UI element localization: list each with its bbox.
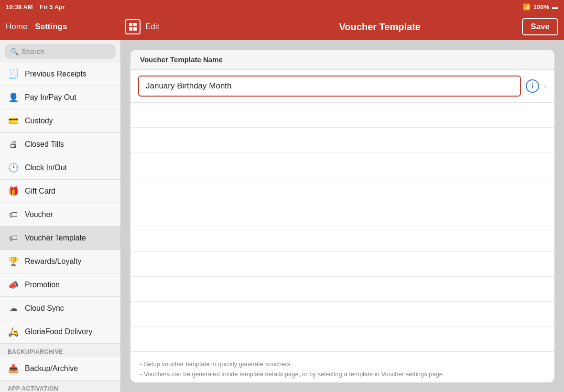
sidebar-item-custody[interactable]: 💳 Custody — [0, 109, 120, 133]
search-icon: 🔍 — [11, 48, 19, 55]
empty-row — [130, 202, 554, 227]
search-box[interactable]: 🔍 Search — [5, 44, 116, 59]
svg-rect-0 — [129, 23, 132, 26]
status-right: 📶 100% ▬ — [523, 3, 558, 11]
svg-rect-1 — [133, 23, 137, 26]
gloria-food-label: GloriaFood Delivery — [25, 327, 92, 336]
clock-in-out-label: Clock In/Out — [25, 163, 67, 172]
custody-icon: 💳 — [8, 115, 19, 127]
home-button[interactable]: Home — [6, 22, 27, 32]
chevron-right-icon: › — [544, 81, 547, 91]
gift-card-icon: 🎁 — [8, 185, 19, 197]
sidebar-item-voucher[interactable]: 🏷 Voucher — [0, 203, 120, 227]
gloria-food-icon: 🛵 — [8, 326, 19, 338]
voucher-template-name-input[interactable] — [138, 76, 521, 97]
cloud-sync-icon: ☁ — [8, 303, 19, 314]
nav-center: Edit — [125, 19, 295, 34]
pay-in-pay-out-label: Pay In/Pay Out — [25, 93, 76, 102]
status-time-date: 10:38 AM Fri 5 Apr — [6, 3, 65, 11]
battery-text: 100% — [533, 3, 549, 11]
sidebar-items-container: 🧾 Previous Receipts 👤 Pay In/Pay Out 💳 C… — [0, 63, 120, 344]
empty-row — [130, 227, 554, 252]
voucher-template-icon: 🏷 — [8, 232, 19, 244]
footer-line-2: - Vouchers can be generated inside templ… — [140, 370, 545, 380]
wifi-icon: 📶 — [523, 3, 531, 11]
previous-receipts-icon: 🧾 — [8, 68, 19, 80]
date: Fri 5 Apr — [40, 3, 65, 11]
empty-row — [130, 252, 554, 277]
backup-archive-label: Backup/Archive — [25, 364, 78, 373]
rewards-loyalty-label: Rewards/Loyalty — [25, 257, 81, 266]
empty-row — [130, 128, 554, 152]
save-button[interactable]: Save — [522, 18, 558, 35]
sidebar-item-backup-archive[interactable]: 📥 Backup/Archive — [0, 357, 120, 381]
voucher-template-label: Voucher Template — [25, 234, 86, 242]
empty-rows — [130, 103, 554, 351]
empty-row — [130, 103, 554, 128]
clock-in-out-icon: 🕐 — [8, 162, 19, 174]
empty-row — [130, 327, 554, 351]
sidebar-section-header: BACKUP/ARCHIVE — [0, 344, 120, 357]
card-header: Voucher Template Name — [130, 50, 554, 70]
empty-row — [130, 152, 554, 177]
page-title: Voucher Template — [295, 22, 465, 33]
settings-label: Settings — [35, 22, 67, 32]
voucher-label: Voucher — [25, 210, 53, 219]
main-card: Voucher Template Name i › - Setup vouche… — [130, 50, 554, 382]
battery-icon: ▬ — [552, 3, 558, 11]
name-row: i › — [130, 70, 554, 103]
sidebar-section-header: APP ACTIVATION — [0, 381, 120, 392]
sidebar-item-gloria-food[interactable]: 🛵 GloriaFood Delivery — [0, 320, 120, 344]
main-layout: 🔍 Search 🧾 Previous Receipts 👤 Pay In/Pa… — [0, 40, 564, 392]
empty-row — [130, 302, 554, 327]
empty-row — [130, 277, 554, 302]
info-icon[interactable]: i — [526, 79, 539, 93]
gift-card-label: Gift Card — [25, 187, 55, 196]
sidebar-item-rewards-loyalty[interactable]: 🏆 Rewards/Loyalty — [0, 250, 120, 273]
edit-button[interactable]: Edit — [145, 22, 159, 32]
sidebar-item-pay-in-pay-out[interactable]: 👤 Pay In/Pay Out — [0, 86, 120, 109]
nav-logo-icon — [125, 19, 141, 34]
sidebar-item-cloud-sync[interactable]: ☁ Cloud Sync — [0, 297, 120, 320]
nav-left: Home Settings — [6, 22, 125, 32]
promotion-label: Promotion — [25, 281, 60, 289]
svg-rect-3 — [133, 27, 137, 31]
sidebar-item-promotion[interactable]: 📣 Promotion — [0, 273, 120, 297]
sidebar-sections-container: BACKUP/ARCHIVE 📥 Backup/Archive APP ACTI… — [0, 344, 120, 392]
promotion-icon: 📣 — [8, 279, 19, 291]
footer-line-1: - Setup voucher template to quickly gene… — [140, 359, 545, 370]
status-bar: 10:38 AM Fri 5 Apr 📶 100% ▬ — [0, 0, 564, 13]
svg-rect-2 — [129, 27, 132, 31]
time: 10:38 AM — [6, 3, 33, 11]
sidebar-item-gift-card[interactable]: 🎁 Gift Card — [0, 180, 120, 203]
pay-in-pay-out-icon: 👤 — [8, 92, 19, 103]
backup-archive-icon: 📥 — [8, 363, 19, 374]
nav-bar: Home Settings Edit Voucher Template Save — [0, 13, 564, 40]
empty-row — [130, 177, 554, 202]
closed-tills-icon: 🖨 — [8, 139, 19, 150]
sidebar-item-voucher-template[interactable]: 🏷 Voucher Template — [0, 227, 120, 250]
search-placeholder: Search — [22, 47, 44, 55]
sidebar: 🔍 Search 🧾 Previous Receipts 👤 Pay In/Pa… — [0, 40, 121, 392]
sidebar-item-previous-receipts[interactable]: 🧾 Previous Receipts — [0, 63, 120, 86]
closed-tills-label: Closed Tills — [25, 140, 64, 149]
previous-receipts-label: Previous Receipts — [25, 70, 87, 78]
custody-label: Custody — [25, 117, 53, 125]
content-area: Voucher Template Name i › - Setup vouche… — [121, 40, 564, 392]
sidebar-item-closed-tills[interactable]: 🖨 Closed Tills — [0, 133, 120, 156]
sidebar-item-clock-in-out[interactable]: 🕐 Clock In/Out — [0, 156, 120, 180]
voucher-icon: 🏷 — [8, 209, 19, 220]
card-footer: - Setup voucher template to quickly gene… — [130, 351, 554, 382]
cloud-sync-label: Cloud Sync — [25, 304, 64, 313]
rewards-loyalty-icon: 🏆 — [8, 256, 19, 267]
